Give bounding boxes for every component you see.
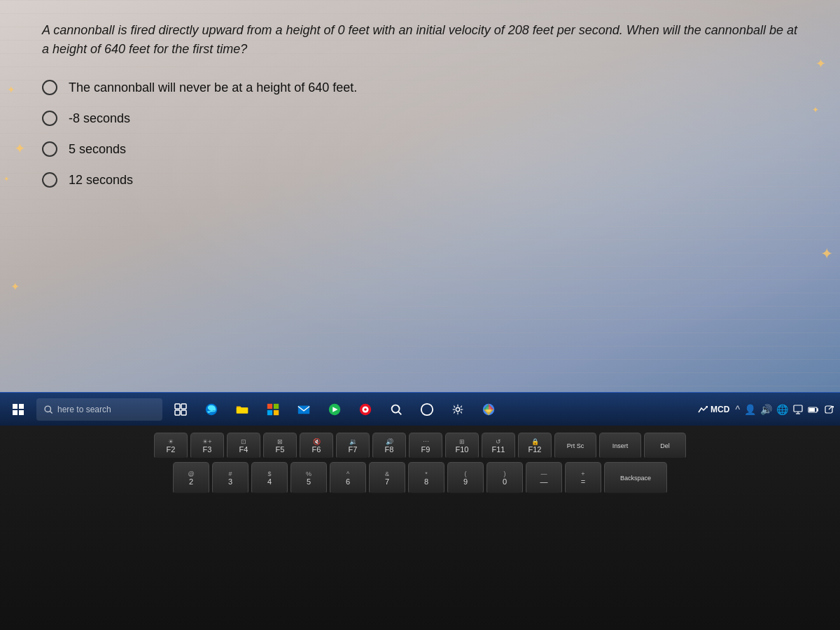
key-5[interactable]: % 5 (290, 462, 327, 494)
screen-area: ✦ ✦ ✦ ✦ ✦ ✦ ✦ A cannonball is fired dire… (0, 0, 840, 399)
key-f2[interactable]: ☀ F2 (154, 433, 188, 459)
svg-rect-15 (274, 410, 279, 414)
svg-rect-29 (794, 405, 802, 412)
svg-rect-2 (13, 410, 18, 415)
key-f8[interactable]: 🔊 F8 (372, 433, 406, 459)
option-c[interactable]: 5 seconds (42, 141, 798, 157)
circular-app-icon[interactable] (353, 397, 378, 422)
keyboard: ☀ F2 ☀+ F3 ⊡ F4 ⊠ F5 🔇 F6 🔉 F7 🔊 F8 ⋯ (0, 426, 840, 630)
chevron-up-icon[interactable]: ^ (735, 404, 740, 415)
key-f9[interactable]: ⋯ F9 (409, 433, 442, 459)
star-decoration-3: ✦ (4, 175, 9, 183)
key-f4[interactable]: ⊡ F4 (227, 433, 260, 459)
radio-d[interactable] (42, 172, 57, 188)
svg-rect-14 (267, 410, 272, 414)
cortana-icon[interactable] (414, 397, 440, 422)
star-decoration-4: ✦ (816, 56, 826, 71)
system-tray: ^ 👤 🔊 🌐 (735, 404, 834, 415)
taskbar: here to search (0, 392, 840, 426)
svg-rect-11 (237, 407, 248, 413)
key-prtsc[interactable]: Prt Sc (554, 433, 596, 459)
key-f6[interactable]: 🔇 F6 (300, 433, 333, 459)
svg-rect-8 (175, 410, 180, 415)
svg-point-24 (421, 403, 433, 414)
mail-icon[interactable] (291, 397, 316, 422)
search-input-placeholder: here to search (57, 405, 111, 414)
key-f9-top: ⋯ (423, 438, 429, 445)
user-icon[interactable]: 👤 (744, 404, 756, 415)
star-decoration-6: ✦ (820, 245, 833, 263)
key-f12[interactable]: 🔒 F12 (518, 433, 552, 459)
mcd-label: MCD (710, 405, 729, 414)
chart-icon (698, 405, 708, 414)
key-f2-top: ☀ (168, 438, 174, 445)
key-f10[interactable]: ⊞ F10 (445, 433, 479, 459)
network-icon[interactable]: 🌐 (776, 404, 788, 415)
key-minus[interactable]: — — (526, 462, 562, 494)
question-container: A cannonball is fired directly upward fr… (42, 21, 798, 188)
key-6[interactable]: ^ 6 (330, 462, 366, 494)
key-4[interactable]: $ 4 (251, 462, 288, 494)
option-d[interactable]: 12 seconds (42, 172, 798, 188)
key-f5-top: ⊠ (277, 438, 283, 445)
radio-b[interactable] (42, 111, 57, 126)
option-a[interactable]: The cannonball will never be at a height… (42, 80, 798, 95)
radio-c[interactable] (42, 141, 57, 157)
key-2[interactable]: @ 2 (173, 462, 209, 494)
star-decoration-1: ✦ (14, 140, 26, 157)
taskbar-right: MCD ^ 👤 🔊 🌐 (698, 404, 834, 415)
svg-rect-6 (175, 404, 180, 409)
key-f8-top: 🔊 (386, 438, 393, 445)
key-f10-top: ⊞ (459, 438, 465, 445)
key-backspace[interactable]: Backspace (604, 462, 667, 494)
svg-line-23 (398, 412, 401, 414)
star-decoration-2: ✦ (7, 84, 15, 95)
key-f11[interactable]: ↺ F11 (482, 433, 515, 459)
file-explorer-icon[interactable] (230, 397, 255, 422)
search-bar[interactable]: here to search (36, 398, 162, 421)
key-f5[interactable]: ⊠ F5 (263, 433, 297, 459)
answer-options: The cannonball will never be at a height… (42, 80, 798, 188)
settings-icon[interactable] (445, 397, 470, 422)
key-delete[interactable]: Del (644, 433, 686, 459)
search-icon (43, 405, 53, 414)
function-key-row: ☀ F2 ☀+ F3 ⊡ F4 ⊠ F5 🔇 F6 🔉 F7 🔊 F8 ⋯ (154, 433, 686, 459)
question-text: A cannonball is fired directly upward fr… (42, 21, 798, 59)
star-decoration-5: ✦ (812, 105, 819, 115)
taskbar-left: here to search (6, 397, 501, 422)
microsoft-store-icon[interactable] (260, 397, 286, 422)
key-f7[interactable]: 🔉 F7 (336, 433, 370, 459)
search-app-icon[interactable] (384, 397, 409, 422)
key-0[interactable]: ) 0 (486, 462, 523, 494)
svg-rect-9 (181, 410, 186, 415)
start-button[interactable] (6, 397, 31, 422)
connection-icon (823, 404, 834, 415)
key-f3-top: ☀+ (202, 438, 211, 445)
key-f12-top: 🔒 (531, 438, 539, 445)
radio-a[interactable] (42, 80, 57, 95)
mcd-indicator: MCD (698, 405, 729, 414)
option-b[interactable]: -8 seconds (42, 111, 798, 126)
display-icon[interactable] (792, 404, 804, 415)
option-c-label: 5 seconds (69, 142, 126, 157)
key-8[interactable]: * 8 (408, 462, 444, 494)
key-9[interactable]: ( 9 (447, 462, 484, 494)
svg-point-4 (45, 406, 50, 412)
key-insert[interactable]: Insert (599, 433, 641, 459)
key-7[interactable]: & 7 (369, 462, 405, 494)
svg-rect-33 (809, 408, 815, 412)
key-3[interactable]: # 3 (212, 462, 248, 494)
svg-rect-1 (19, 404, 24, 409)
key-f6-top: 🔇 (313, 438, 321, 445)
volume-icon[interactable]: 🔊 (760, 404, 772, 415)
svg-point-25 (456, 407, 459, 411)
edge-browser-icon[interactable] (199, 397, 224, 422)
svg-rect-16 (298, 405, 309, 414)
key-f3[interactable]: ☀+ F3 (190, 433, 224, 459)
svg-rect-7 (181, 404, 186, 409)
chrome-icon[interactable] (476, 397, 501, 422)
media-player-icon[interactable] (322, 397, 347, 422)
svg-rect-12 (267, 403, 272, 408)
task-view-button[interactable] (168, 397, 193, 422)
key-equals[interactable]: + = (565, 462, 601, 494)
